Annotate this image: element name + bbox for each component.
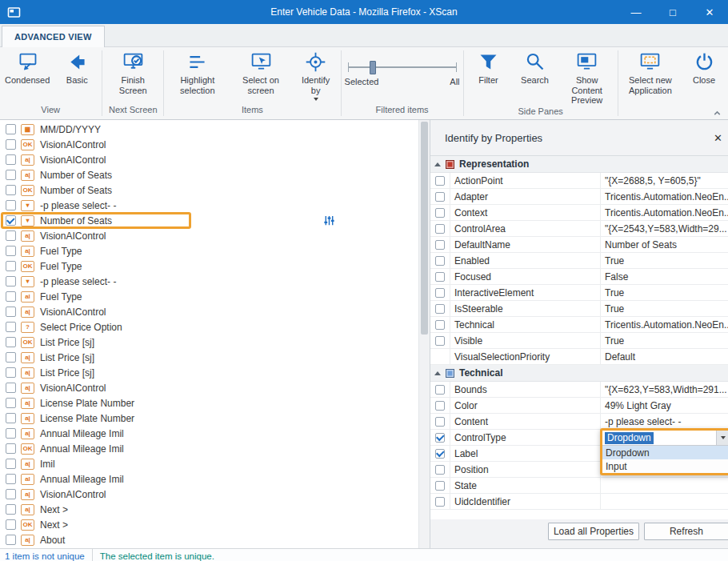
tree-row-checkbox[interactable]: [6, 383, 16, 393]
tree-row[interactable]: a|List Price [sj]: [0, 350, 419, 365]
tree-row[interactable]: OKNext >: [0, 517, 419, 532]
property-row[interactable]: VisualSelectionPriorityDefault: [430, 349, 728, 365]
panel-close-icon[interactable]: ✕: [714, 132, 722, 144]
tree-row-checkbox[interactable]: [6, 154, 16, 165]
tree-row-checkbox[interactable]: [6, 504, 16, 515]
close-button[interactable]: ✕: [691, 0, 728, 24]
property-row[interactable]: ContextTricentis.Automation.NeoEn...: [430, 205, 728, 221]
property-checkbox[interactable]: [435, 433, 445, 443]
tree-row[interactable]: a|VisionAIControl: [0, 304, 419, 319]
dropdown-option[interactable]: Input: [602, 459, 728, 473]
tree-row-checkbox[interactable]: [6, 535, 16, 545]
slider-handle[interactable]: [370, 61, 376, 74]
tree-row[interactable]: a|Imil: [0, 456, 419, 471]
tree-scrollbar[interactable]: [418, 120, 430, 548]
property-checkbox[interactable]: [435, 256, 445, 266]
tree-row-checkbox[interactable]: [6, 261, 16, 271]
tree-row[interactable]: OKNumber of Seats: [0, 182, 419, 198]
tree-row[interactable]: a|VisionAIControl: [0, 380, 419, 395]
tree-row[interactable]: OKVisionAIControl: [0, 137, 419, 152]
property-row[interactable]: EnabledTrue: [430, 253, 728, 269]
property-row[interactable]: UidcIdentifier: [430, 494, 728, 510]
show-content-preview-button[interactable]: Show Content Preview: [558, 49, 616, 106]
property-row[interactable]: ActionPoint"{X=2688,5, Y=605,5}": [430, 173, 728, 189]
property-row[interactable]: VisibleTrue: [430, 333, 728, 349]
identify-by-button[interactable]: Identify by: [293, 49, 339, 101]
property-checkbox[interactable]: [435, 176, 445, 186]
tree-row-checkbox[interactable]: [6, 230, 16, 241]
tree-row[interactable]: a|License Plate Number: [0, 411, 419, 426]
tree-row-checkbox[interactable]: [6, 291, 16, 302]
tree-row-checkbox[interactable]: [6, 276, 16, 287]
tree-row-checkbox[interactable]: [6, 170, 16, 180]
tree-row-checkbox[interactable]: [6, 337, 16, 347]
property-checkbox[interactable]: [435, 449, 445, 459]
tree-row-checkbox[interactable]: [6, 519, 16, 530]
condensed-button[interactable]: Condensed: [1, 49, 54, 86]
tree-row[interactable]: a|List Price [sj]: [0, 365, 419, 380]
property-checkbox[interactable]: [435, 304, 445, 314]
property-row[interactable]: TechnicalTricentis.Automation.NeoEn...: [430, 317, 728, 333]
filter-button[interactable]: Filter: [466, 49, 512, 86]
basic-button[interactable]: Basic: [54, 49, 100, 86]
property-section-header[interactable]: Technical: [430, 365, 728, 382]
tree-row[interactable]: a|About: [0, 532, 419, 547]
property-row[interactable]: IsSteerableTrue: [430, 301, 728, 317]
tree-row-checkbox[interactable]: [6, 367, 16, 378]
dropdown-option[interactable]: Dropdown: [602, 446, 728, 459]
property-checkbox[interactable]: [435, 417, 445, 427]
tree-row-checkbox[interactable]: [6, 185, 16, 195]
tree-row-checkbox[interactable]: [6, 322, 16, 332]
minimize-button[interactable]: —: [618, 0, 654, 24]
select-new-application-button[interactable]: Select new Application: [620, 49, 681, 95]
tree-row[interactable]: ▾-p please select- -: [0, 274, 419, 289]
property-checkbox[interactable]: [435, 208, 445, 218]
filtered-items-slider[interactable]: Selected All: [343, 52, 462, 98]
property-row[interactable]: AdapterTricentis.Automation.NeoEn...: [430, 189, 728, 205]
tree-row[interactable]: OKAnnual Mileage Imil: [0, 441, 419, 456]
tree-row[interactable]: a|VisionAIControl: [0, 487, 419, 502]
property-row[interactable]: DefaultNameNumber of Seats: [430, 237, 728, 253]
tree-row[interactable]: ▦MM/DD/YYYY: [0, 122, 419, 137]
scrollbar-thumb[interactable]: [421, 122, 428, 335]
tree-row[interactable]: ▾-p please select- -: [0, 198, 419, 213]
load-all-properties-button[interactable]: Load all Properties: [548, 523, 639, 540]
maximize-button[interactable]: □: [654, 0, 691, 24]
property-section-header[interactable]: Representation: [430, 156, 728, 173]
tree-row[interactable]: a|License Plate Number: [0, 395, 419, 411]
property-value[interactable]: DropdownDropdownInput: [601, 430, 728, 445]
tree-row-checkbox[interactable]: [6, 398, 16, 408]
combobox-dropdown-button[interactable]: [716, 431, 728, 445]
property-checkbox[interactable]: [435, 272, 445, 282]
slider-track[interactable]: [348, 66, 457, 68]
property-row[interactable]: Bounds"{X=623,Y=583,Width=291...: [430, 382, 728, 398]
property-checkbox[interactable]: [435, 481, 445, 491]
controltype-combobox[interactable]: Dropdown: [602, 431, 728, 446]
tree-row[interactable]: ?Select Price Option: [0, 319, 419, 335]
tree-row-checkbox[interactable]: [6, 215, 16, 226]
property-checkbox[interactable]: [435, 288, 445, 298]
property-row[interactable]: FocusedFalse: [430, 269, 728, 285]
search-button[interactable]: Search: [512, 49, 558, 86]
property-checkbox[interactable]: [435, 320, 445, 330]
property-row[interactable]: Content-p please select- -: [430, 414, 728, 430]
tree-row-checkbox[interactable]: [6, 139, 16, 150]
tree-row[interactable]: a|Next >: [0, 502, 419, 517]
tree-row-checkbox[interactable]: [6, 246, 16, 256]
select-on-screen-button[interactable]: Select on screen: [229, 49, 292, 95]
property-row[interactable]: ControlArea"{X=2543,Y=583,Width=29...: [430, 221, 728, 237]
finish-screen-button[interactable]: Finish Screen: [104, 49, 162, 95]
property-checkbox[interactable]: [435, 497, 445, 507]
tree-row[interactable]: alFuel Type: [0, 289, 419, 304]
tree-row[interactable]: a|VisionAIControl: [0, 152, 419, 167]
property-row[interactable]: Color49% Light Gray: [430, 398, 728, 414]
tree-row[interactable]: a|Fuel Type: [0, 243, 419, 258]
property-row[interactable]: State: [430, 478, 728, 494]
property-checkbox[interactable]: [435, 385, 445, 395]
property-checkbox[interactable]: [435, 465, 445, 475]
property-row[interactable]: InteractiveElementTrue: [430, 285, 728, 301]
highlight-selection-button[interactable]: Highlight selection: [166, 49, 229, 95]
refresh-button[interactable]: Refresh: [644, 523, 728, 540]
tree-row-checkbox[interactable]: [6, 307, 16, 317]
tree-row-checkbox[interactable]: [6, 428, 16, 439]
